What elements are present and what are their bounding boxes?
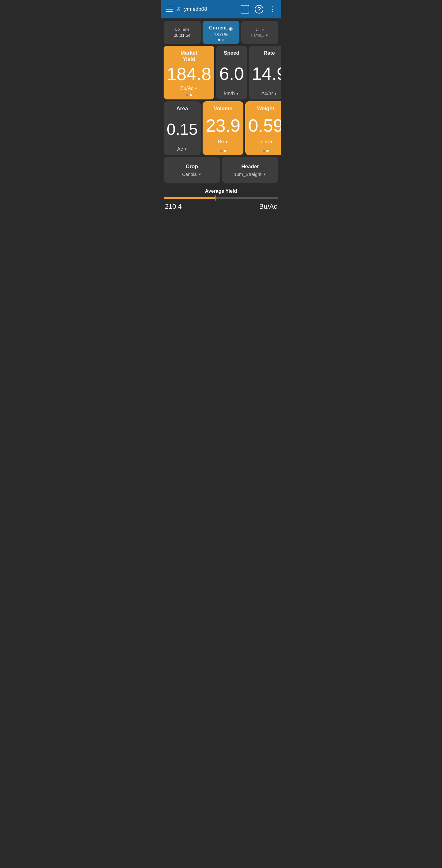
volume-arrow: ▼ xyxy=(225,140,228,144)
current-label: Current xyxy=(209,25,227,31)
area-value: 0.15 xyxy=(167,121,198,137)
speed-value: 6.0 xyxy=(219,65,244,83)
avg-yield-section: Average Yield 210.4 Bu/Ac xyxy=(161,185,281,214)
dot-2 xyxy=(224,150,226,152)
dot-1 xyxy=(218,39,220,41)
market-yield-dots xyxy=(186,94,192,96)
alert-button[interactable]: ! xyxy=(241,5,249,13)
avg-yield-unit: Bu/Ac xyxy=(259,203,277,211)
user-label: User xyxy=(256,27,264,32)
avg-yield-title: Average Yield xyxy=(164,188,278,194)
topbar-right: ! ? ⋮ xyxy=(241,5,276,13)
help-icon: ? xyxy=(257,6,261,13)
weight-card[interactable]: Weight 0.59 Tons ▼ xyxy=(245,101,281,155)
user-value-row: Farmt... ▼ xyxy=(251,33,269,37)
speed-label: Speed xyxy=(224,50,240,56)
volume-card[interactable]: Volume 23.9 Bu ▼ xyxy=(202,101,244,155)
area-card[interactable]: Area 0.15 Ac ▼ xyxy=(164,101,201,155)
speed-unit: km/h ▼ xyxy=(224,91,239,96)
dot-1 xyxy=(263,150,265,152)
user-card[interactable]: User Farmt... ▼ xyxy=(241,21,278,44)
header-value-row: 10m_Straight ▼ xyxy=(234,172,266,177)
weight-unit: Tons ▼ xyxy=(258,139,273,145)
avg-yield-values: 210.4 Bu/Ac xyxy=(164,203,278,211)
header-arrow: ▼ xyxy=(263,173,266,176)
area-arrow: ▼ xyxy=(184,147,187,151)
uptime-card: Up Time 00:01:54 xyxy=(164,21,201,44)
avg-yield-bar-fill xyxy=(164,197,215,199)
uptime-value: 00:01:54 xyxy=(174,33,191,38)
market-yield-unit: Bu/Ac ▼ xyxy=(180,86,198,91)
header-row: Up Time 00:01:54 Current ◈ 18.0 % User F… xyxy=(161,19,281,46)
market-yield-value: 184.8 xyxy=(167,65,211,83)
dot-2 xyxy=(266,150,269,152)
avg-yield-bar[interactable] xyxy=(164,197,278,199)
speed-arrow: ▼ xyxy=(236,92,239,95)
rate-unit: Ac/hr ▼ xyxy=(261,91,277,96)
more-options-button[interactable]: ⋮ xyxy=(269,5,276,13)
avg-yield-value: 210.4 xyxy=(165,203,182,211)
market-yield-arrow: ▼ xyxy=(194,87,198,90)
crop-card[interactable]: Crop Canola ▼ xyxy=(164,157,220,183)
weight-value: 0.59 xyxy=(248,117,281,134)
current-card[interactable]: Current ◈ 18.0 % xyxy=(202,21,240,44)
header-label: Header xyxy=(241,164,259,170)
user-dropdown-arrow: ▼ xyxy=(265,33,269,37)
current-drop-icon: ◈ xyxy=(229,25,233,32)
rate-value: 14.9 xyxy=(252,65,281,83)
metrics-row-1: MarketYield 184.8 Bu/Ac ▼ Speed 6.0 km/h… xyxy=(161,46,281,101)
volume-value: 23.9 xyxy=(206,117,240,134)
weight-label: Weight xyxy=(257,105,274,112)
metrics-row-2: Area 0.15 Ac ▼ Volume 23.9 Bu ▼ Weight 0… xyxy=(161,101,281,157)
market-yield-label: MarketYield xyxy=(181,50,197,63)
bluetooth-icon: ✗ xyxy=(176,5,181,13)
header-card[interactable]: Header 10m_Straight ▼ xyxy=(222,157,278,183)
current-value: 18.0 % xyxy=(214,32,228,37)
volume-label: Volume xyxy=(214,105,232,112)
hamburger-menu-icon[interactable] xyxy=(166,7,173,12)
crop-arrow: ▼ xyxy=(198,173,202,176)
dot-1 xyxy=(186,94,188,96)
speed-card[interactable]: Speed 6.0 km/h ▼ xyxy=(216,46,247,99)
rate-label: Rate xyxy=(264,50,275,56)
volume-unit: Bu ▼ xyxy=(218,139,228,145)
user-value: Farmt... xyxy=(251,33,264,37)
crop-header-row: Crop Canola ▼ Header 10m_Straight ▼ xyxy=(161,157,281,185)
topbar-left: ✗ ym:edb08 xyxy=(166,5,241,13)
crop-label: Crop xyxy=(186,164,198,170)
rate-arrow: ▼ xyxy=(274,92,277,95)
uptime-label: Up Time xyxy=(175,27,189,32)
dot-2 xyxy=(190,94,192,96)
dot-1 xyxy=(220,150,222,152)
crop-value: Canola xyxy=(182,172,197,177)
weight-dots xyxy=(263,150,269,152)
alert-icon: ! xyxy=(244,6,246,12)
crop-value-row: Canola ▼ xyxy=(182,172,201,177)
dot-2 xyxy=(222,39,224,41)
weight-arrow: ▼ xyxy=(270,140,273,144)
more-icon: ⋮ xyxy=(269,5,276,13)
avg-yield-bar-thumb xyxy=(215,195,216,201)
volume-dots xyxy=(220,150,226,152)
rate-card[interactable]: Rate 14.9 Ac/hr ▼ xyxy=(249,46,281,99)
header-value: 10m_Straight xyxy=(234,172,261,177)
area-unit: Ac ▼ xyxy=(177,146,187,152)
area-label: Area xyxy=(177,105,188,112)
topbar: ✗ ym:edb08 ! ? ⋮ xyxy=(161,0,281,19)
current-dots xyxy=(218,39,224,41)
help-button[interactable]: ? xyxy=(255,5,263,13)
device-name: ym:edb08 xyxy=(184,6,207,12)
market-yield-card[interactable]: MarketYield 184.8 Bu/Ac ▼ xyxy=(164,46,214,99)
